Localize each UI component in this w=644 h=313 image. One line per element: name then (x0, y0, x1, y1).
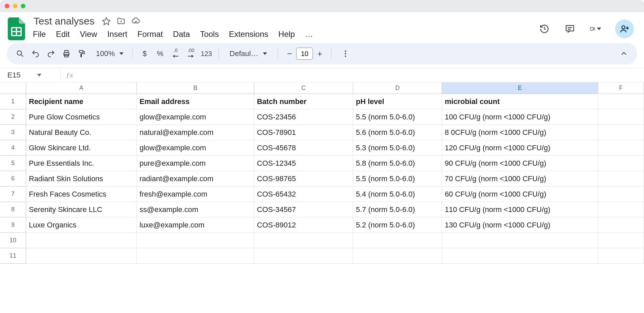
currency-button[interactable]: $ (139, 48, 151, 60)
cell-A8[interactable]: Serenity Skincare LLC (26, 202, 137, 217)
paint-format-icon[interactable] (76, 48, 88, 60)
cell-A9[interactable]: Luxe Organics (26, 217, 137, 233)
cell-D5[interactable]: 5.8 (norm 5.0-6.0) (353, 156, 442, 171)
cell-D7[interactable]: 5.4 (norm 5.0-6.0) (353, 187, 442, 202)
cell-A1[interactable]: Recipient name (26, 94, 137, 109)
cell-D6[interactable]: 5.5 (norm 5.0-6.0) (353, 171, 442, 187)
cell-A10[interactable] (26, 233, 137, 248)
increase-font-size-button[interactable]: + (314, 48, 325, 59)
row-header[interactable]: 7 (0, 187, 26, 202)
cell-C3[interactable]: COS-78901 (254, 125, 353, 140)
cell-B4[interactable]: glow@example.com (137, 140, 254, 156)
cell-A4[interactable]: Glow Skincare Ltd. (26, 140, 137, 156)
cell-C2[interactable]: COS-23456 (254, 109, 353, 125)
cell-F9[interactable] (598, 217, 644, 233)
cell-B11[interactable] (137, 248, 254, 264)
cell-D4[interactable]: 5.3 (norm 5.0-6.0) (353, 140, 442, 156)
cell-E10[interactable] (442, 233, 598, 248)
decrease-decimal-button[interactable]: .0 (169, 48, 181, 60)
cell-F6[interactable] (598, 171, 644, 187)
window-close-button[interactable] (5, 4, 9, 8)
row-header[interactable]: 8 (0, 202, 26, 217)
format-123-button[interactable]: 123 (200, 48, 212, 60)
cell-D8[interactable]: 5.7 (norm 5.0-6.0) (353, 202, 442, 217)
comments-icon[interactable] (564, 23, 576, 35)
cell-E4[interactable]: 120 CFU/g (norm <1000 CFU/g) (442, 140, 598, 156)
cloud-status-icon[interactable] (131, 17, 140, 25)
share-button[interactable] (615, 19, 634, 38)
cell-B8[interactable]: ss@example.com (137, 202, 254, 217)
cell-D9[interactable]: 5.2 (norm 5.0-6.0) (353, 217, 442, 233)
cell-F5[interactable] (598, 156, 644, 171)
cell-E6[interactable]: 70 CFU/g (norm <1000 CFU/g) (442, 171, 598, 187)
print-icon[interactable] (60, 48, 72, 60)
cell-B7[interactable]: fresh@example.com (137, 187, 254, 202)
row-header[interactable]: 6 (0, 171, 26, 187)
collapse-toolbar-icon[interactable] (618, 48, 630, 60)
menu-more[interactable]: … (305, 30, 313, 39)
row-header[interactable]: 3 (0, 125, 26, 140)
redo-icon[interactable] (45, 48, 57, 60)
cell-E1[interactable]: microbial count (442, 94, 598, 109)
column-header-C[interactable]: C (254, 83, 353, 94)
cell-C6[interactable]: COS-98765 (254, 171, 353, 187)
cell-A6[interactable]: Radiant Skin Solutions (26, 171, 137, 187)
cell-B5[interactable]: pure@example.com (137, 156, 254, 171)
decrease-font-size-button[interactable]: − (284, 48, 295, 59)
cell-B10[interactable] (137, 233, 254, 248)
menu-view[interactable]: View (80, 30, 97, 39)
cell-E11[interactable] (442, 248, 598, 264)
menu-extensions[interactable]: Extensions (229, 30, 268, 39)
window-minimize-button[interactable] (13, 4, 17, 8)
row-header[interactable]: 9 (0, 217, 26, 233)
column-header-F[interactable]: F (598, 83, 644, 94)
row-header[interactable]: 11 (0, 248, 26, 264)
menu-data[interactable]: Data (173, 30, 190, 39)
cell-C4[interactable]: COS-45678 (254, 140, 353, 156)
star-icon[interactable] (102, 17, 111, 25)
cell-F8[interactable] (598, 202, 644, 217)
cell-C8[interactable]: COS-34567 (254, 202, 353, 217)
cell-E5[interactable]: 90 CFU/g (norm <1000 CFU/g) (442, 156, 598, 171)
cell-F1[interactable] (598, 94, 644, 109)
cell-D1[interactable]: pH level (353, 94, 442, 109)
cell-F10[interactable] (598, 233, 644, 248)
cell-B6[interactable]: radiant@example.com (137, 171, 254, 187)
row-header[interactable]: 10 (0, 233, 26, 248)
cell-B2[interactable]: glow@example.com (137, 109, 254, 125)
font-size-input[interactable] (296, 48, 313, 60)
formula-input[interactable] (75, 68, 644, 82)
sheets-logo-icon[interactable] (7, 16, 26, 42)
column-header-A[interactable]: A (26, 83, 137, 94)
cell-B1[interactable]: Email address (137, 94, 254, 109)
cell-D2[interactable]: 5.5 (norm 5.0-6.0) (353, 109, 442, 125)
menu-format[interactable]: Format (138, 30, 163, 39)
cell-C1[interactable]: Batch number (254, 94, 353, 109)
menu-tools[interactable]: Tools (200, 30, 219, 39)
row-header[interactable]: 1 (0, 94, 26, 109)
cell-E2[interactable]: 100 CFU/g (norm <1000 CFU/g) (442, 109, 598, 125)
cell-F3[interactable] (598, 125, 644, 140)
cell-E9[interactable]: 130 CFU/g (norm <1000 CFU/g) (442, 217, 598, 233)
more-options-icon[interactable] (339, 48, 352, 60)
cell-D11[interactable] (353, 248, 442, 264)
cell-A5[interactable]: Pure Essentials Inc. (26, 156, 137, 171)
cell-F4[interactable] (598, 140, 644, 156)
cell-C7[interactable]: COS-65432 (254, 187, 353, 202)
cell-D10[interactable] (353, 233, 442, 248)
meet-icon[interactable] (590, 23, 601, 35)
history-icon[interactable] (539, 23, 550, 35)
cell-D3[interactable]: 5.6 (norm 5.0-6.0) (353, 125, 442, 140)
row-header[interactable]: 2 (0, 109, 26, 125)
move-folder-icon[interactable] (117, 17, 125, 25)
increase-decimal-button[interactable]: .00 (185, 48, 197, 60)
menu-insert[interactable]: Insert (107, 30, 127, 39)
cell-E3[interactable]: 8 0CFU/g (norm <1000 CFU/g) (442, 125, 598, 140)
search-icon[interactable] (14, 48, 26, 60)
column-header-E[interactable]: E (442, 83, 598, 94)
cell-F7[interactable] (598, 187, 644, 202)
cell-C10[interactable] (254, 233, 353, 248)
percent-button[interactable]: % (154, 48, 166, 60)
menu-help[interactable]: Help (278, 30, 295, 39)
cell-F11[interactable] (598, 248, 644, 264)
